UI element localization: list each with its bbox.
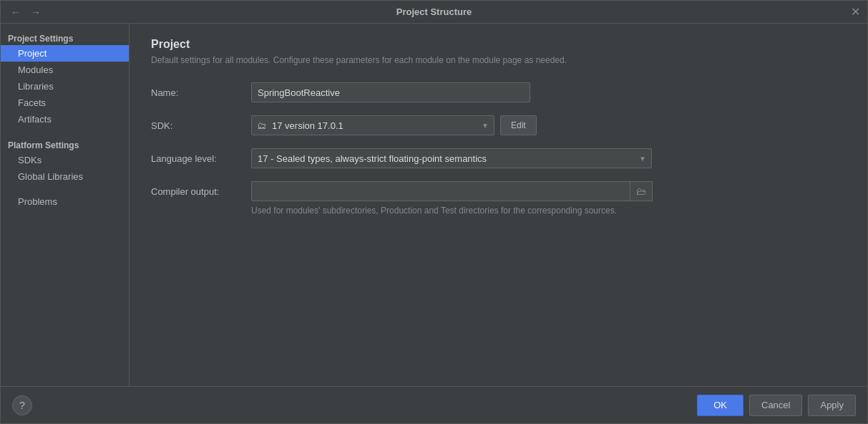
content-area: Project Settings Project Modules Librari… <box>1 24 867 386</box>
compiler-output-label: Compiler output: <box>151 186 251 197</box>
language-level-label: Language level: <box>151 153 251 164</box>
edit-sdk-button[interactable]: Edit <box>500 115 537 135</box>
sdk-label: SDK: <box>151 120 251 131</box>
sidebar: Project Settings Project Modules Librari… <box>1 24 130 386</box>
dialog-title: Project Structure <box>396 6 472 17</box>
apply-button[interactable]: Apply <box>808 395 856 416</box>
navigation-buttons: ← → <box>8 6 44 18</box>
help-button[interactable]: ? <box>12 395 32 415</box>
cancel-button[interactable]: Cancel <box>749 395 802 416</box>
browse-compiler-output-button[interactable]: 🗁 <box>630 181 653 201</box>
sidebar-item-facets[interactable]: Facets <box>1 95 129 111</box>
section-subtitle: Default settings for all modules. Config… <box>151 55 846 65</box>
sidebar-item-project[interactable]: Project <box>1 45 129 62</box>
language-level-row: Language level: 17 - Sealed types, alway… <box>151 148 846 168</box>
project-settings-group-label: Project Settings <box>1 29 129 45</box>
compiler-output-hint: Used for modules' subdirectories, Produc… <box>251 206 617 216</box>
project-structure-dialog: ← → Project Structure ✕ Project Settings… <box>0 0 868 424</box>
bottom-bar: ? OK Cancel Apply <box>1 386 867 423</box>
title-bar: ← → Project Structure ✕ <box>1 1 867 24</box>
language-level-select-wrapper: 17 - Sealed types, always-strict floatin… <box>251 148 652 168</box>
sidebar-item-global-libraries[interactable]: Global Libraries <box>1 168 129 185</box>
sidebar-item-artifacts[interactable]: Artifacts <box>1 111 129 127</box>
sidebar-item-libraries[interactable]: Libraries <box>1 78 129 95</box>
name-input[interactable] <box>251 82 530 102</box>
sdk-select-wrapper: 🗂 17 version 17.0.1 ▼ <box>251 115 494 135</box>
back-button[interactable]: ← <box>8 6 24 18</box>
sdk-select[interactable]: 17 version 17.0.1 <box>251 115 494 135</box>
sdk-row: SDK: 🗂 17 version 17.0.1 ▼ Edit <box>151 115 846 135</box>
ok-button[interactable]: OK <box>697 395 743 416</box>
sidebar-item-problems[interactable]: Problems <box>1 193 129 210</box>
language-level-select[interactable]: 17 - Sealed types, always-strict floatin… <box>251 148 652 168</box>
action-buttons: OK Cancel Apply <box>697 395 856 416</box>
name-label: Name: <box>151 87 251 98</box>
main-panel: Project Default settings for all modules… <box>130 24 867 386</box>
platform-settings-group-label: Platform Settings <box>1 136 129 152</box>
forward-button[interactable]: → <box>28 6 44 18</box>
close-button[interactable]: ✕ <box>851 6 860 18</box>
compiler-output-section: Compiler output: 🗁 Used for modules' sub… <box>151 181 846 216</box>
folder-browse-icon: 🗁 <box>636 186 646 197</box>
sidebar-item-modules[interactable]: Modules <box>1 62 129 78</box>
compiler-output-input[interactable] <box>251 181 630 201</box>
compiler-output-row: Compiler output: 🗁 <box>151 181 653 201</box>
sidebar-item-sdks[interactable]: SDKs <box>1 152 129 168</box>
section-title: Project <box>151 38 846 51</box>
sdk-controls: 🗂 17 version 17.0.1 ▼ Edit <box>251 115 537 135</box>
name-row: Name: <box>151 82 846 102</box>
